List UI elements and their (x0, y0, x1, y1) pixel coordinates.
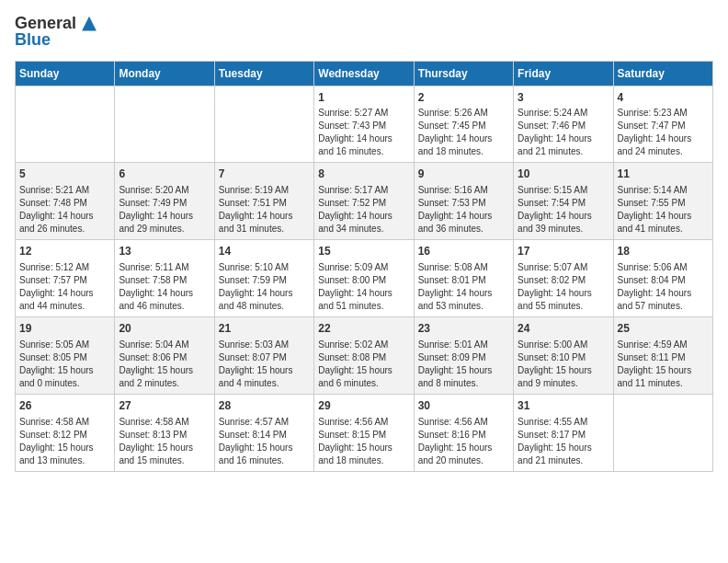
day-number: 8 (318, 167, 409, 182)
day-info: Sunrise: 5:26 AM Sunset: 7:45 PM Dayligh… (418, 107, 509, 158)
calendar-week-row: 12Sunrise: 5:12 AM Sunset: 7:57 PM Dayli… (16, 240, 713, 317)
weekday-header-sunday: Sunday (16, 61, 115, 86)
day-number: 20 (119, 321, 210, 337)
calendar-cell: 2Sunrise: 5:26 AM Sunset: 7:45 PM Daylig… (414, 86, 513, 163)
calendar-cell (214, 86, 313, 163)
weekday-header-monday: Monday (115, 61, 214, 86)
day-info: Sunrise: 4:56 AM Sunset: 8:15 PM Dayligh… (318, 416, 409, 467)
day-info: Sunrise: 5:01 AM Sunset: 8:09 PM Dayligh… (418, 339, 509, 390)
day-number: 6 (119, 167, 210, 182)
calendar-cell: 9Sunrise: 5:16 AM Sunset: 7:53 PM Daylig… (414, 163, 513, 240)
day-number: 17 (518, 244, 609, 259)
day-number: 29 (318, 398, 409, 414)
calendar-table: SundayMondayTuesdayWednesdayThursdayFrid… (15, 61, 713, 472)
weekday-header-friday: Friday (514, 61, 613, 86)
day-info: Sunrise: 5:23 AM Sunset: 7:47 PM Dayligh… (618, 107, 709, 158)
day-info: Sunrise: 5:04 AM Sunset: 8:06 PM Dayligh… (119, 339, 210, 390)
day-info: Sunrise: 5:02 AM Sunset: 8:08 PM Dayligh… (318, 339, 409, 390)
calendar-cell: 19Sunrise: 5:05 AM Sunset: 8:05 PM Dayli… (16, 316, 115, 394)
day-number: 7 (219, 167, 310, 182)
day-number: 14 (219, 244, 310, 259)
calendar-cell: 21Sunrise: 5:03 AM Sunset: 8:07 PM Dayli… (214, 316, 313, 394)
day-number: 18 (618, 244, 709, 259)
day-info: Sunrise: 4:59 AM Sunset: 8:11 PM Dayligh… (618, 339, 709, 390)
day-info: Sunrise: 5:07 AM Sunset: 8:02 PM Dayligh… (518, 261, 609, 313)
calendar-cell: 10Sunrise: 5:15 AM Sunset: 7:54 PM Dayli… (514, 163, 613, 240)
weekday-header-wednesday: Wednesday (314, 61, 414, 86)
page-header: General Blue (15, 15, 713, 50)
day-number: 4 (618, 90, 709, 106)
day-number: 30 (418, 398, 509, 414)
day-info: Sunrise: 5:10 AM Sunset: 7:59 PM Dayligh… (219, 261, 310, 313)
day-info: Sunrise: 5:06 AM Sunset: 8:04 PM Dayligh… (618, 261, 709, 313)
weekday-header-saturday: Saturday (613, 61, 712, 86)
weekday-header-row: SundayMondayTuesdayWednesdayThursdayFrid… (16, 61, 713, 86)
day-info: Sunrise: 4:57 AM Sunset: 8:14 PM Dayligh… (219, 416, 310, 467)
day-info: Sunrise: 4:55 AM Sunset: 8:17 PM Dayligh… (518, 416, 609, 467)
day-number: 24 (518, 321, 609, 337)
day-number: 10 (518, 167, 609, 182)
calendar-week-row: 19Sunrise: 5:05 AM Sunset: 8:05 PM Dayli… (16, 316, 713, 394)
day-number: 23 (418, 321, 509, 337)
day-info: Sunrise: 5:27 AM Sunset: 7:43 PM Dayligh… (318, 107, 409, 158)
calendar-cell: 5Sunrise: 5:21 AM Sunset: 7:48 PM Daylig… (16, 163, 115, 240)
calendar-cell: 29Sunrise: 4:56 AM Sunset: 8:15 PM Dayli… (314, 394, 414, 471)
day-number: 16 (418, 244, 509, 259)
day-info: Sunrise: 5:00 AM Sunset: 8:10 PM Dayligh… (518, 339, 609, 390)
day-info: Sunrise: 5:09 AM Sunset: 8:00 PM Dayligh… (318, 261, 409, 313)
day-number: 27 (119, 398, 210, 414)
logo-blue: Blue (15, 31, 99, 50)
day-number: 2 (418, 90, 509, 106)
calendar-cell: 25Sunrise: 4:59 AM Sunset: 8:11 PM Dayli… (613, 316, 712, 394)
day-number: 25 (618, 321, 709, 337)
calendar-cell (115, 86, 214, 163)
calendar-cell: 31Sunrise: 4:55 AM Sunset: 8:17 PM Dayli… (514, 394, 613, 471)
day-info: Sunrise: 5:11 AM Sunset: 7:58 PM Dayligh… (119, 261, 210, 313)
day-number: 9 (418, 167, 509, 182)
day-info: Sunrise: 4:58 AM Sunset: 8:13 PM Dayligh… (119, 416, 210, 467)
day-number: 5 (19, 167, 110, 182)
day-info: Sunrise: 5:21 AM Sunset: 7:48 PM Dayligh… (19, 184, 110, 236)
calendar-cell: 14Sunrise: 5:10 AM Sunset: 7:59 PM Dayli… (214, 240, 313, 317)
logo-icon (79, 12, 99, 32)
day-info: Sunrise: 4:56 AM Sunset: 8:16 PM Dayligh… (418, 416, 509, 467)
day-number: 1 (318, 90, 409, 106)
day-number: 15 (318, 244, 409, 259)
calendar-cell: 15Sunrise: 5:09 AM Sunset: 8:00 PM Dayli… (314, 240, 414, 317)
day-info: Sunrise: 5:16 AM Sunset: 7:53 PM Dayligh… (418, 184, 509, 236)
calendar-cell: 6Sunrise: 5:20 AM Sunset: 7:49 PM Daylig… (115, 163, 214, 240)
calendar-cell: 27Sunrise: 4:58 AM Sunset: 8:13 PM Dayli… (115, 394, 214, 471)
calendar-cell: 7Sunrise: 5:19 AM Sunset: 7:51 PM Daylig… (214, 163, 313, 240)
calendar-week-row: 26Sunrise: 4:58 AM Sunset: 8:12 PM Dayli… (16, 394, 713, 471)
weekday-header-thursday: Thursday (414, 61, 513, 86)
calendar-cell: 1Sunrise: 5:27 AM Sunset: 7:43 PM Daylig… (314, 86, 414, 163)
calendar-week-row: 5Sunrise: 5:21 AM Sunset: 7:48 PM Daylig… (16, 163, 713, 240)
day-info: Sunrise: 4:58 AM Sunset: 8:12 PM Dayligh… (19, 416, 110, 467)
day-info: Sunrise: 5:24 AM Sunset: 7:46 PM Dayligh… (518, 107, 609, 158)
day-info: Sunrise: 5:03 AM Sunset: 8:07 PM Dayligh… (219, 339, 310, 390)
weekday-header-tuesday: Tuesday (214, 61, 313, 86)
day-info: Sunrise: 5:14 AM Sunset: 7:55 PM Dayligh… (618, 184, 709, 236)
day-number: 31 (518, 398, 609, 414)
day-number: 11 (618, 167, 709, 182)
day-number: 22 (318, 321, 409, 337)
calendar-cell: 20Sunrise: 5:04 AM Sunset: 8:06 PM Dayli… (115, 316, 214, 394)
day-number: 12 (19, 244, 110, 259)
calendar-cell: 30Sunrise: 4:56 AM Sunset: 8:16 PM Dayli… (414, 394, 513, 471)
calendar-cell: 13Sunrise: 5:11 AM Sunset: 7:58 PM Dayli… (115, 240, 214, 317)
calendar-cell: 16Sunrise: 5:08 AM Sunset: 8:01 PM Dayli… (414, 240, 513, 317)
calendar-week-row: 1Sunrise: 5:27 AM Sunset: 7:43 PM Daylig… (16, 86, 713, 163)
calendar-cell: 11Sunrise: 5:14 AM Sunset: 7:55 PM Dayli… (613, 163, 712, 240)
calendar-cell: 8Sunrise: 5:17 AM Sunset: 7:52 PM Daylig… (314, 163, 414, 240)
day-info: Sunrise: 5:12 AM Sunset: 7:57 PM Dayligh… (19, 261, 110, 313)
day-number: 13 (119, 244, 210, 259)
day-info: Sunrise: 5:08 AM Sunset: 8:01 PM Dayligh… (418, 261, 509, 313)
day-number: 3 (518, 90, 609, 106)
calendar-cell: 18Sunrise: 5:06 AM Sunset: 8:04 PM Dayli… (613, 240, 712, 317)
calendar-cell: 4Sunrise: 5:23 AM Sunset: 7:47 PM Daylig… (613, 86, 712, 163)
day-number: 28 (219, 398, 310, 414)
calendar-cell: 22Sunrise: 5:02 AM Sunset: 8:08 PM Dayli… (314, 316, 414, 394)
day-info: Sunrise: 5:19 AM Sunset: 7:51 PM Dayligh… (219, 184, 310, 236)
calendar-cell (613, 394, 712, 471)
day-number: 26 (19, 398, 110, 414)
